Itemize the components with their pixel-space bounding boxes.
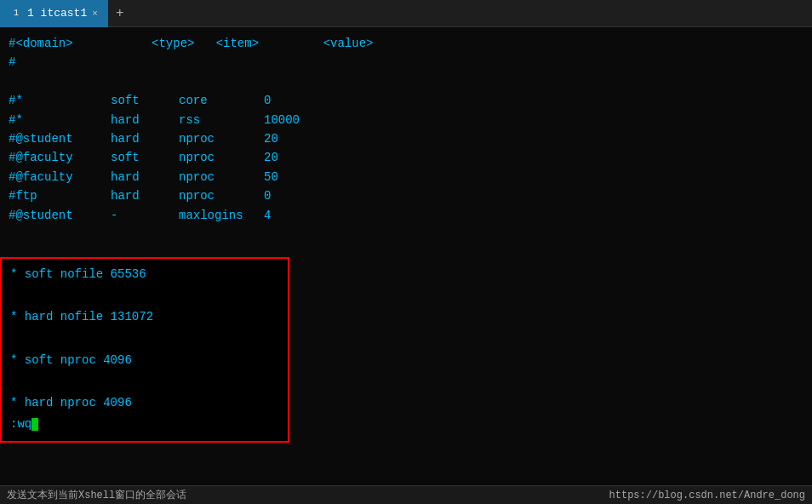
tab-close-button[interactable]: × (92, 9, 98, 19)
redbox-line-1: * soft nofile 65536 (10, 264, 279, 285)
cursor (31, 418, 38, 431)
table-row: #ftp hard nproc 0 (9, 186, 803, 205)
redbox-line-3: * hard nofile 131072 (10, 306, 279, 328)
redbox-line-7: * hard nproc 4096 (10, 392, 279, 414)
blank-line-1 (9, 72, 803, 91)
tab-label: 1 itcast1 (27, 7, 87, 20)
header-line1: #<domain> <type> <item> <value> (9, 34, 803, 53)
redbox-line-4 (10, 329, 279, 350)
status-right-url: https://blog.csdn.net/Andre_dong (609, 490, 805, 501)
tab-icon: 1 (10, 8, 22, 20)
tab-itcast1[interactable]: 1 1 itcast1 × (0, 0, 108, 27)
statusbar: 发送文本到当前Xshell窗口的全部会话 https://blog.csdn.n… (0, 485, 812, 504)
status-left-text: 发送文本到当前Xshell窗口的全部会话 (7, 488, 186, 502)
redbox-line-8: :wq (10, 414, 279, 435)
header-line2: # (9, 53, 803, 72)
table-row: #@student hard nproc 20 (9, 129, 803, 148)
table-row: #@student - maxlogins 4 (9, 206, 803, 225)
table-row: #@faculty hard nproc 50 (9, 168, 803, 186)
table-row: #@faculty soft nproc 20 (9, 148, 803, 167)
redbox-line-5: * soft nproc 4096 (10, 350, 279, 371)
table-row: #* hard rss 10000 (9, 111, 803, 129)
titlebar: 1 1 itcast1 × + (0, 0, 812, 27)
table-row: #* soft core 0 (9, 91, 803, 110)
redbox-line-6 (10, 371, 279, 392)
editor-redbox: * soft nofile 65536 * hard nofile 131072… (0, 257, 289, 443)
new-tab-button[interactable]: + (108, 0, 132, 27)
terminal-area: #<domain> <type> <item> <value> # #* sof… (0, 27, 812, 485)
redbox-line-2 (10, 285, 279, 306)
